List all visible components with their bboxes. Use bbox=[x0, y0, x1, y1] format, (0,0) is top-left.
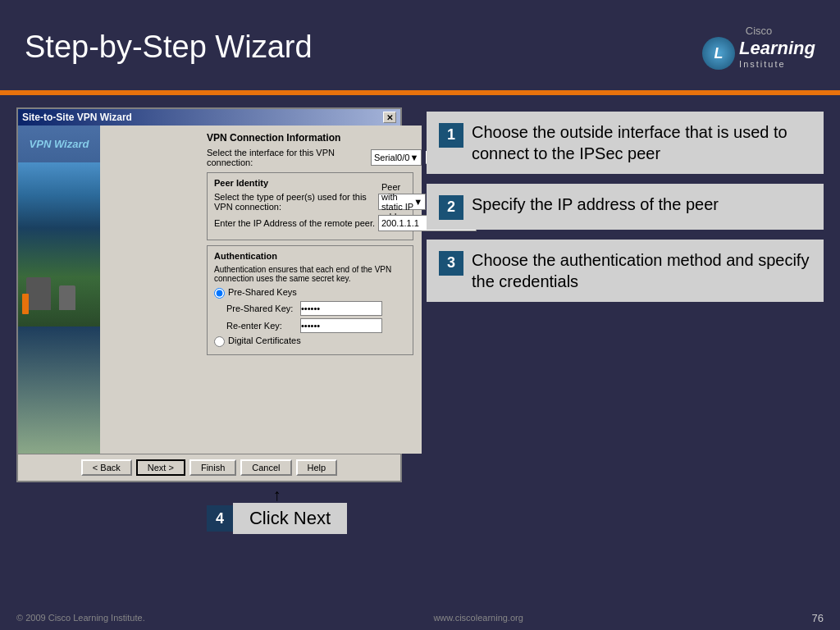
footer-url: www.ciscolearning.org bbox=[433, 613, 523, 623]
logo-icon: L bbox=[702, 37, 735, 70]
logo-institute: Institute bbox=[739, 59, 815, 69]
preshared-key-label: Pre-Shared Key: bbox=[226, 304, 300, 313]
dialog-footer: < Back Next > Finish Cancel Help bbox=[18, 454, 400, 481]
interface-value: Serial0/0 bbox=[374, 153, 409, 162]
peer-dropdown-arrow-icon: ▼ bbox=[413, 197, 422, 207]
authentication-desc: Authentication ensures that each end of … bbox=[214, 265, 406, 283]
vpn-wizard-label: VPN Wizard bbox=[25, 134, 94, 154]
slide-footer: © 2009 Cisco Learning Institute. www.cis… bbox=[0, 605, 840, 630]
annotation-3-number: 3 bbox=[439, 251, 463, 276]
interface-dropdown[interactable]: Serial0/0 ▼ bbox=[371, 149, 422, 166]
annotations-panel: 1 Choose the outside interface that is u… bbox=[427, 107, 824, 585]
cancel-button[interactable]: Cancel bbox=[240, 459, 291, 476]
annotation-3: 3 Choose the authentication method and s… bbox=[427, 240, 824, 302]
interface-row: Select the interface for this VPN connec… bbox=[207, 148, 413, 167]
reenter-key-row: Re-enter Key: bbox=[226, 318, 406, 333]
logo-area: Cisco L Learning Institute bbox=[702, 25, 815, 70]
annotation-2-number: 2 bbox=[439, 195, 463, 220]
dialog-body: VPN Wizard VPN Connection Information bbox=[18, 126, 400, 454]
back-button[interactable]: < Back bbox=[81, 459, 132, 476]
annotation-2: 2 Specify the IP address of the peer bbox=[427, 184, 824, 230]
annotation-1-number: 1 bbox=[439, 123, 463, 148]
preshared-subform: Pre-Shared Key: Re-enter Key: bbox=[226, 301, 406, 333]
annotation-3-text: Choose the authentication method and spe… bbox=[472, 249, 811, 292]
reenter-key-input[interactable] bbox=[300, 318, 382, 333]
peer-identity-title: Peer Identity bbox=[214, 178, 406, 188]
preshared-label: Pre-Shared Keys bbox=[228, 287, 297, 297]
footer-copyright: © 2009 Cisco Learning Institute. bbox=[16, 613, 145, 623]
reenter-label: Re-enter Key: bbox=[226, 321, 300, 331]
preshared-key-row: Pre-Shared Key: bbox=[226, 301, 406, 316]
footer-page: 76 bbox=[812, 612, 824, 624]
dialog-main-content: VPN Connection Information Select the in… bbox=[199, 126, 422, 454]
preshared-radio-row: Pre-Shared Keys bbox=[214, 287, 406, 299]
slide: Step-by-Step Wizard Cisco L Learning Ins… bbox=[0, 0, 840, 630]
dialog-container: Site-to-Site VPN Wizard ✕ VPN Wizard bbox=[16, 107, 410, 585]
step4-container: ↑ 4 Click Next bbox=[144, 486, 410, 534]
vpn-connection-title: VPN Connection Information bbox=[207, 132, 413, 144]
logo-learning: Learning bbox=[739, 38, 815, 59]
vpn-wizard-dialog: Site-to-Site VPN Wizard ✕ VPN Wizard bbox=[16, 107, 402, 482]
ip-label: Enter the IP Address of the remote peer. bbox=[214, 218, 378, 228]
close-button[interactable]: ✕ bbox=[383, 112, 396, 123]
dialog-left-panel: VPN Wizard bbox=[18, 126, 100, 454]
dialog-titlebar: Site-to-Site VPN Wizard ✕ bbox=[18, 109, 400, 126]
preshared-key-input[interactable] bbox=[300, 301, 382, 316]
interface-label: Select the interface for this VPN connec… bbox=[207, 148, 371, 167]
preshared-radio[interactable] bbox=[214, 288, 225, 299]
digital-cert-radio-row: Digital Certificates bbox=[214, 336, 406, 347]
step4-arrow-icon: ↑ bbox=[273, 486, 281, 503]
digital-cert-radio[interactable] bbox=[214, 336, 225, 347]
slide-title: Step-by-Step Wizard bbox=[25, 30, 313, 65]
peer-type-row: Select the type of peer(s) used for this… bbox=[214, 192, 406, 212]
dialog-title: Site-to-Site VPN Wizard bbox=[22, 112, 132, 123]
annotation-1: 1 Choose the outside interface that is u… bbox=[427, 112, 824, 174]
digital-cert-label: Digital Certificates bbox=[228, 336, 301, 345]
peer-type-dropdown[interactable]: Peer with static IP address ▼ bbox=[378, 194, 426, 210]
finish-button[interactable]: Finish bbox=[189, 459, 236, 476]
logo-cisco: Cisco bbox=[746, 25, 773, 37]
peer-type-label: Select the type of peer(s) used for this… bbox=[214, 192, 378, 212]
annotation-1-text: Choose the outside interface that is use… bbox=[472, 121, 811, 164]
authentication-section: Authentication Authentication ensures th… bbox=[207, 245, 413, 355]
ip-address-row: Enter the IP Address of the remote peer. bbox=[214, 215, 406, 231]
step4-text: Click Next bbox=[233, 503, 347, 534]
help-button[interactable]: Help bbox=[296, 459, 338, 476]
dropdown-arrow-icon: ▼ bbox=[409, 153, 418, 162]
step4-row: 4 Click Next bbox=[207, 503, 347, 534]
step4-number: 4 bbox=[207, 505, 233, 532]
peer-identity-section: Peer Identity Select the type of peer(s)… bbox=[207, 172, 413, 240]
wizard-illustration bbox=[18, 162, 100, 326]
next-button[interactable]: Next > bbox=[136, 459, 185, 476]
header: Step-by-Step Wizard Cisco L Learning Ins… bbox=[0, 0, 840, 90]
authentication-title: Authentication bbox=[214, 251, 406, 261]
content-area: Site-to-Site VPN Wizard ✕ VPN Wizard bbox=[0, 95, 840, 597]
annotation-2-text: Specify the IP address of the peer bbox=[472, 194, 811, 215]
